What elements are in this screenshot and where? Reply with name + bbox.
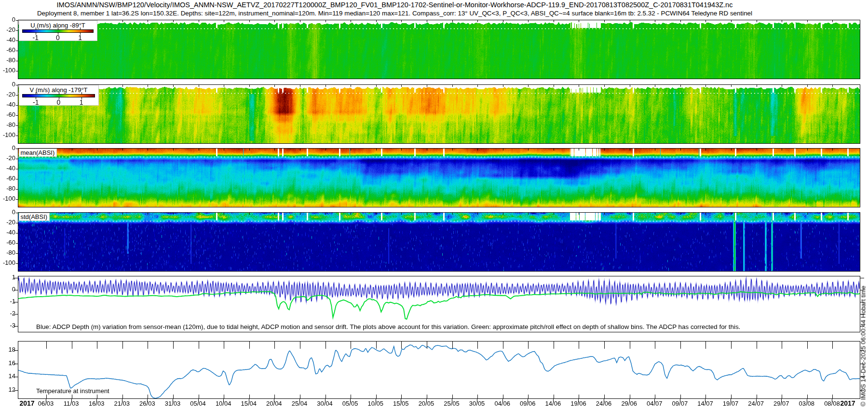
depth-tick-mark: [16, 136, 18, 136]
depth-variation-tick-label: 1: [0, 274, 15, 281]
temperature-tick-label: 14: [0, 373, 15, 380]
depth-tick-mark: [16, 189, 18, 190]
panel-v-velocity: V (m/s) along -179°T -101: [18, 84, 860, 144]
depth-tick-mark: [16, 253, 18, 254]
v-velocity-heatmap: [18, 85, 860, 143]
v-velocity-legend: V (m/s) along -179°T -101: [19, 85, 99, 106]
u-velocity-heatmap: [18, 20, 860, 79]
depth-tick-mark: [16, 263, 18, 264]
depth-tick-label: -80: [0, 249, 15, 256]
depth-tick-mark: [16, 149, 18, 149]
depth-tick-label: -40: [0, 37, 15, 43]
depth-tick-label: -60: [0, 175, 15, 182]
depth-tick-mark: [16, 169, 18, 169]
depth-tick-mark: [16, 41, 18, 41]
std-absi-label: std(ABSI): [19, 213, 50, 221]
depth-tick-label: 0: [0, 16, 15, 23]
depth-tick-mark: [16, 30, 18, 31]
depth-tick-label: -80: [0, 57, 15, 64]
depth-tick-label: 0: [0, 145, 15, 151]
panel-std-absi: std(ABSI): [18, 212, 860, 272]
colorbar-tick-mark: [80, 33, 81, 35]
depth-tick-mark: [16, 20, 18, 21]
depth-tick-mark: [16, 243, 18, 244]
colorbar-tick-label: -1: [26, 34, 45, 41]
temperature-tick-label: 12: [0, 386, 15, 393]
colorbar-tick-mark: [80, 27, 81, 29]
v-velocity-colorbar: [22, 94, 95, 97]
u-velocity-colorbar: [22, 29, 94, 33]
std-absi-heatmap: [18, 213, 860, 271]
panel-temperature: Temperature at instrument: [18, 341, 860, 399]
depth-tick-mark: [16, 51, 18, 51]
depth-tick-label: -100: [0, 260, 15, 266]
u-velocity-legend: U (m/s) along -89°T -101: [19, 20, 97, 41]
temperature-tick-label: 16: [0, 360, 15, 367]
depth-tick-label: -60: [0, 239, 15, 246]
depth-tick-mark: [16, 85, 18, 85]
depth-tick-label: 0: [0, 81, 15, 88]
depth-variation-tick-label: 0: [0, 286, 15, 293]
depth-variation-tick-label: -2: [0, 310, 15, 317]
colorbar-tick-mark: [58, 27, 58, 29]
colorbar-tick-mark: [81, 92, 82, 94]
depth-tick-mark: [16, 115, 18, 116]
depth-tick-label: -20: [0, 27, 15, 33]
depth-tick-mark: [16, 223, 18, 223]
depth-tick-label: -80: [0, 185, 15, 192]
colorbar-tick-label: -1: [26, 98, 45, 106]
figure-title-deployment: Deployment 8, member 1 lat=36.2S lon=150…: [0, 10, 789, 17]
depth-tick-mark: [16, 179, 18, 179]
depth-tick-label: -60: [0, 47, 15, 54]
panel-depth-variation: Blue: ADCP Depth (m) variation from sens…: [18, 276, 860, 332]
depth-variation-tick-label: -1: [0, 298, 15, 305]
depth-tick-label: -40: [0, 101, 15, 108]
depth-tick-mark: [16, 125, 18, 126]
depth-tick-mark: [16, 233, 18, 233]
colorbar-tick-label: 1: [72, 98, 91, 106]
colorbar-tick-mark: [36, 33, 36, 35]
panel-mean-absi: mean(ABSI): [18, 148, 860, 207]
colorbar-tick-mark: [59, 92, 59, 94]
depth-tick-label: -40: [0, 165, 15, 172]
colorbar-tick-mark: [36, 97, 36, 99]
depth-tick-label: -80: [0, 122, 15, 128]
colorbar-tick-label: 0: [48, 34, 68, 41]
depth-tick-mark: [16, 71, 18, 71]
depth-tick-label: -20: [0, 155, 15, 162]
depth-tick-label: -60: [0, 111, 15, 118]
depth-tick-mark: [16, 105, 18, 106]
depth-variation-tick-label: -3: [0, 322, 15, 329]
temperature-tick-label: 18: [0, 346, 15, 353]
year-label-end: 2017: [833, 399, 862, 407]
depth-tick-label: -100: [0, 67, 15, 74]
colorbar-tick-mark: [58, 33, 58, 35]
depth-tick-label: 0: [0, 209, 15, 216]
imos-watermark: © IMOS 14-Dec-2025 06:00:44 Hobart time: [860, 262, 867, 407]
panel-u-velocity: U (m/s) along -89°T -101: [18, 20, 860, 79]
depth-tick-label: -20: [0, 219, 15, 226]
depth-tick-mark: [16, 61, 18, 61]
colorbar-tick-mark: [36, 92, 36, 94]
colorbar-tick-mark: [81, 97, 82, 99]
colorbar-tick-label: 1: [70, 34, 90, 41]
figure-title-filename: IMOS/ANMN/NSW/BMP120/Velocity/IMOS_ANMN-…: [0, 1, 789, 9]
temperature-label: Temperature at instrument: [36, 387, 109, 395]
adcp-figure: IMOS/ANMN/NSW/BMP120/Velocity/IMOS_ANMN-…: [0, 0, 868, 410]
depth-variation-annotation: Blue: ADCP Depth (m) variation from sens…: [36, 323, 740, 330]
depth-tick-mark: [16, 95, 18, 96]
mean-absi-heatmap: [18, 149, 860, 207]
depth-tick-label: -20: [0, 91, 15, 98]
depth-tick-mark: [16, 213, 18, 213]
mean-absi-label: mean(ABSI): [19, 149, 57, 157]
temperature-line: [18, 342, 860, 398]
depth-tick-label: -100: [0, 132, 15, 138]
depth-tick-label: -100: [0, 195, 15, 202]
depth-tick-label: -40: [0, 229, 15, 236]
depth-tick-mark: [16, 159, 18, 159]
colorbar-tick-label: 0: [49, 98, 68, 106]
colorbar-tick-mark: [59, 97, 59, 99]
year-label-start: 2017: [13, 399, 41, 407]
depth-tick-mark: [16, 199, 18, 200]
colorbar-tick-mark: [36, 27, 36, 29]
